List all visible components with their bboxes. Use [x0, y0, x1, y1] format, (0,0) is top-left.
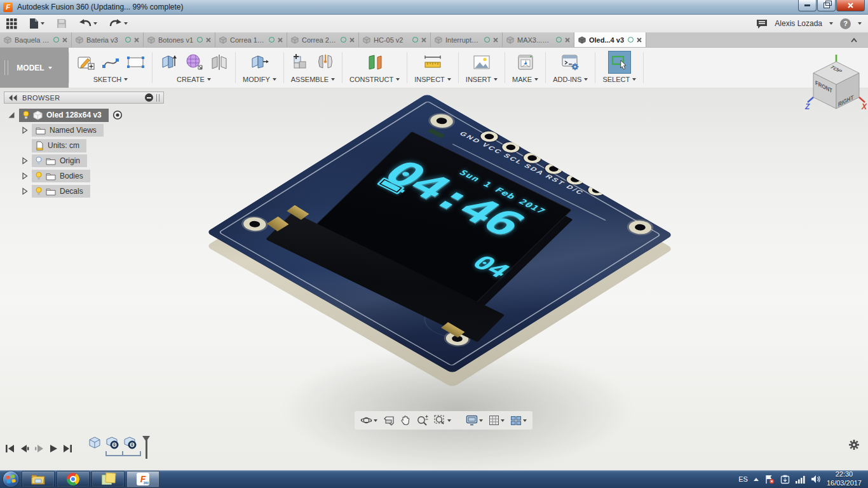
tab-close-icon[interactable]	[565, 37, 570, 43]
create-form-icon[interactable]	[184, 53, 205, 72]
language-indicator[interactable]: ES	[738, 475, 748, 483]
tab-max3[interactable]: MAX3...0 v3	[503, 32, 574, 47]
viewports-button[interactable]	[509, 415, 528, 426]
timeline-decal-feature[interactable]	[123, 436, 137, 450]
tab-hc05[interactable]: HC-05 v2	[359, 32, 431, 47]
panel-minus-icon[interactable]	[145, 93, 153, 102]
show-hidden-icons[interactable]	[754, 478, 759, 481]
start-button[interactable]	[2, 471, 20, 487]
tab-botones[interactable]: Botones v1	[144, 32, 215, 47]
timeline-body-feature[interactable]	[88, 436, 102, 450]
expand-closed-icon[interactable]	[22, 187, 28, 195]
tray-clock[interactable]: 22:30 16/03/2017	[827, 470, 862, 488]
tab-close-icon[interactable]	[134, 37, 139, 43]
restore-button[interactable]	[817, 0, 836, 11]
undo-button[interactable]	[79, 19, 97, 29]
browser-row-bodies[interactable]: Bodies	[8, 168, 123, 184]
tab-interruptor[interactable]: Interruptor v1	[431, 32, 503, 47]
rectangle-tool-icon[interactable]	[126, 55, 145, 70]
construct-plane-icon[interactable]	[365, 53, 384, 72]
group-dropdown-select[interactable]: SELECT	[602, 76, 636, 83]
joint-icon[interactable]	[316, 53, 334, 72]
browser-row-decals[interactable]: Decals	[8, 184, 123, 199]
visibility-bulb-on-icon[interactable]	[23, 111, 29, 119]
tab-correa1[interactable]: Correa 1 v4	[215, 32, 287, 47]
taskbar-notes-button[interactable]	[92, 471, 125, 487]
tab-close-icon[interactable]	[62, 37, 67, 43]
timeline-position-marker[interactable]	[142, 436, 151, 459]
tab-close-icon[interactable]	[349, 37, 355, 43]
print-3d-icon[interactable]	[516, 53, 535, 71]
help-button[interactable]: ?	[840, 18, 851, 29]
zoom-button[interactable]	[415, 414, 430, 426]
redo-button[interactable]	[109, 19, 128, 29]
pan-button[interactable]	[399, 414, 412, 426]
app-grid-button[interactable]	[6, 18, 17, 29]
oled-module-3d[interactable]: GND VCC SCL SDA RST D/C Sun 1 Feb 2017 0…	[206, 93, 674, 374]
user-name[interactable]: Alexis Lozada	[775, 19, 822, 28]
tab-close-icon[interactable]	[278, 37, 283, 43]
activate-component-icon[interactable]	[112, 110, 123, 120]
orbit-button[interactable]	[359, 414, 379, 427]
tab-close-icon[interactable]	[493, 37, 498, 43]
timeline-settings-button[interactable]	[848, 439, 860, 451]
expand-closed-icon[interactable]	[22, 172, 28, 180]
extrude-icon[interactable]	[159, 53, 179, 72]
browser-root-row[interactable]: Oled 128x64 v3	[8, 107, 123, 123]
help-caret-icon[interactable]	[858, 22, 862, 25]
expand-closed-icon[interactable]	[22, 157, 28, 165]
new-component-icon[interactable]	[292, 53, 311, 72]
scripts-addins-icon[interactable]	[561, 53, 580, 71]
tab-close-icon[interactable]	[206, 37, 211, 43]
group-dropdown-assemble[interactable]: ASSEMBLE	[291, 76, 335, 83]
tab-correa2[interactable]: Correa 2 v10	[287, 32, 359, 47]
browser-root-chip[interactable]: Oled 128x64 v3	[19, 109, 109, 122]
workspace-switcher[interactable]: MODEL	[0, 48, 69, 88]
action-center-flag-icon[interactable]	[764, 475, 775, 484]
fit-button[interactable]	[433, 414, 452, 426]
timeline-play-button[interactable]	[49, 444, 58, 453]
group-dropdown-construct[interactable]: CONSTRUCT	[349, 76, 400, 83]
minimize-button[interactable]	[798, 0, 817, 11]
expand-closed-icon[interactable]	[22, 126, 28, 134]
measure-icon[interactable]	[423, 54, 443, 71]
timeline-decal-feature[interactable]	[105, 436, 119, 450]
file-menu-button[interactable]	[29, 18, 44, 29]
browser-row-named-views[interactable]: Named Views	[8, 123, 123, 138]
timeline-go-end-button[interactable]	[63, 444, 72, 453]
group-dropdown-insert[interactable]: INSERT	[466, 76, 498, 83]
tab-close-icon[interactable]	[637, 37, 642, 43]
visibility-bulb-on-icon[interactable]	[36, 187, 42, 196]
taskbar-explorer-button[interactable]	[22, 471, 55, 487]
view-cube[interactable]: TOP FRONT RIGHT Z X	[804, 53, 868, 123]
collapse-panel-icon[interactable]	[8, 95, 17, 101]
network-signal-icon[interactable]	[796, 475, 805, 484]
group-dropdown-addins[interactable]: ADD-INS	[553, 76, 588, 83]
tab-overflow-button[interactable]	[850, 37, 858, 43]
taskbar-fusion-button[interactable]: F 360	[126, 471, 159, 487]
tab-baquela[interactable]: Baquela v12	[0, 32, 72, 47]
save-button[interactable]	[57, 18, 67, 29]
browser-panel-header[interactable]: BROWSER	[4, 92, 164, 104]
insert-image-icon[interactable]	[472, 54, 491, 71]
timeline-step-back-button[interactable]	[20, 444, 29, 453]
look-at-button[interactable]	[382, 415, 396, 426]
comments-icon[interactable]	[756, 19, 768, 29]
close-button[interactable]	[836, 0, 865, 11]
visibility-bulb-off-icon[interactable]	[36, 156, 42, 165]
taskbar-chrome-button[interactable]	[57, 471, 90, 487]
installer-tray-icon[interactable]	[780, 475, 790, 484]
panel-grip-icon[interactable]	[156, 94, 159, 102]
select-tool-active[interactable]	[608, 51, 631, 74]
expand-open-icon[interactable]	[8, 111, 15, 119]
tab-bateria[interactable]: Bateria v3	[72, 32, 144, 47]
timeline-go-start-button[interactable]	[5, 444, 15, 453]
group-dropdown-make[interactable]: MAKE	[512, 76, 538, 83]
mirror-icon[interactable]	[210, 53, 228, 71]
group-dropdown-create[interactable]: CREATE	[177, 76, 211, 83]
grid-settings-button[interactable]	[487, 414, 506, 426]
model-viewport[interactable]: GND VCC SCL SDA RST D/C Sun 1 Feb 2017 0…	[0, 88, 868, 470]
timeline-step-forward-button[interactable]	[34, 444, 44, 453]
spline-icon[interactable]	[101, 54, 120, 71]
browser-row-origin[interactable]: Origin	[8, 153, 123, 168]
